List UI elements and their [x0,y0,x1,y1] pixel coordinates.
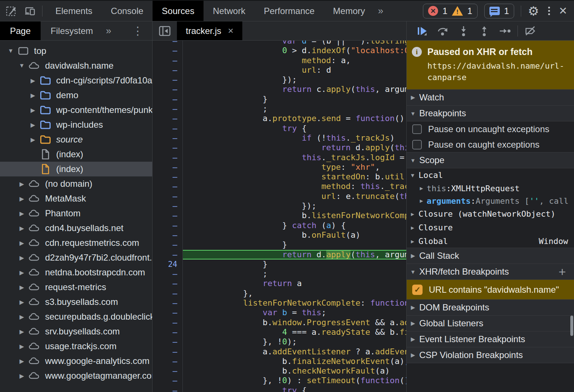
code-line[interactable]: – } [153,240,406,250]
line-number-gutter[interactable]: – [153,104,183,114]
navigator-overflow-menu-icon[interactable]: ⋮ [132,21,152,40]
section-header-watch[interactable]: ▶Watch [407,89,574,106]
editor-tab-tracker-js[interactable]: tracker.js × [177,21,242,40]
line-number-gutter[interactable]: – [153,153,183,162]
code-text[interactable]: }, !0); [183,337,406,347]
line-number-gutter[interactable]: – [153,347,183,357]
code-line[interactable]: – url: d [153,65,406,75]
section-header-global-listeners[interactable]: ▶Global Listeners [407,315,574,331]
code-text[interactable]: try { [183,386,406,392]
errors-warnings-badge[interactable]: ✕ 1 ! 1 [423,4,478,18]
code-line[interactable]: – startedOn: b.util.isoNow() [153,172,406,182]
code-line[interactable]: – }); [153,201,406,211]
code-text[interactable]: method: this._trackJs.method [183,182,406,191]
chevron-collapsed-icon[interactable]: ▶ [16,225,27,232]
line-number-gutter[interactable]: – [153,318,183,327]
code-text[interactable]: } [183,259,406,269]
line-number-gutter[interactable]: – [153,46,183,55]
line-number-gutter[interactable]: – [153,172,183,182]
line-number-gutter[interactable]: – [153,85,183,94]
line-number-gutter[interactable]: – [153,240,183,250]
code-text[interactable]: } [183,94,406,104]
close-tab-icon[interactable]: × [228,25,233,37]
chevron-collapsed-icon[interactable]: ▶ [407,336,419,343]
line-number-gutter[interactable]: – [153,221,183,230]
section-header-xhr-fetch-breakpoints[interactable]: ▼XHR/fetch Breakpoints+ [407,264,574,280]
tree-item-www-google-analytics-com[interactable]: ▶www.google-analytics.com [0,354,152,368]
section-header-breakpoints[interactable]: ▼Breakpoints [407,105,574,121]
code-text[interactable]: startedOn: b.util.isoNow() [183,172,406,182]
chevron-collapsed-icon[interactable]: ▶ [16,358,27,365]
code-text[interactable]: ; [183,104,406,114]
add-xhr-breakpoint-button[interactable]: + [558,265,574,279]
code-text[interactable]: var d = (b || "").toString( [183,41,406,46]
tree-item-cdn-cgi-scripts-7d0fa10a-c[interactable]: ▶cdn-cgi/scripts/7d0fa10a/c [0,73,152,88]
more-navigator-tabs-chevron-icon[interactable]: » [103,21,114,40]
tree-item-source[interactable]: ▶source [0,132,152,147]
code-line[interactable]: – } catch (a) { [153,221,406,230]
code-line[interactable]: – return a [153,279,406,288]
chevron-collapsed-icon[interactable]: ▶ [407,211,418,217]
line-number-gutter[interactable]: – [153,182,183,191]
more-panels-chevron-icon[interactable]: » [374,5,387,17]
code-line[interactable]: – var d = (b || "").toString( [153,41,406,46]
tree-item-metamask[interactable]: ▶MetaMask [0,191,152,206]
code-line[interactable]: – a.prototype.send = function() { [153,114,406,123]
scope-variable-this[interactable]: ▶this: XMLHttpRequest [407,182,574,195]
code-text[interactable]: }, !0) : setTimeout(function() [183,376,406,385]
tree-item-wp-content-themes-punky[interactable]: ▶wp-content/themes/punky [0,103,152,117]
chevron-collapsed-icon[interactable]: ▶ [27,77,38,84]
code-text[interactable]: b.onFault(a) [183,230,406,240]
code-line[interactable]: – if (!this._trackJs) [153,133,406,143]
chevron-expanded-icon[interactable]: ▼ [5,48,16,54]
code-text[interactable]: } catch (a) { [183,221,406,230]
code-line[interactable]: – try { [153,124,406,133]
tree-item-davidwalsh-name[interactable]: ▼davidwalsh.name [0,58,152,73]
tree-item-s3-buysellads-com[interactable]: ▶s3.buysellads.com [0,295,152,309]
line-number-gutter[interactable]: – [153,279,183,288]
line-number-gutter[interactable]: – [153,133,183,143]
code-text[interactable]: method: a, [183,56,406,65]
navigator-tab-filesystem[interactable]: Filesystem [41,21,103,40]
chevron-collapsed-icon[interactable]: ▶ [407,94,419,101]
chevron-collapsed-icon[interactable]: ▶ [16,195,27,202]
line-number-gutter[interactable]: – [153,230,183,240]
tree-item-www-googletagmanager-com[interactable]: ▶www.googletagmanager.com [0,368,152,383]
scope-variable-arguments[interactable]: ▶arguments: Arguments ['', call [407,195,574,207]
step-into-button[interactable] [453,23,474,39]
close-devtools-icon[interactable]: ✕ [559,5,567,17]
tab-sources[interactable]: Sources [153,1,204,21]
resume-script-button[interactable] [412,23,433,39]
scope-group-local[interactable]: ▼Local [407,168,574,182]
line-number-gutter[interactable]: – [153,366,183,376]
code-text[interactable]: 0 > d.indexOf("localhost:0") [183,46,406,55]
tree-item-phantom[interactable]: ▶Phantom [0,206,152,221]
tree-item-securepubads-g-doubleclick[interactable]: ▶securepubads.g.doubleclick. [0,309,152,324]
checkbox-unchecked[interactable] [412,124,422,134]
tab-memory[interactable]: Memory [324,1,375,21]
customize-menu-icon[interactable] [546,7,552,15]
code-text[interactable]: b.checkNetworkFault(a) [183,366,406,376]
code-text[interactable]: a.prototype.send = function() { [183,114,406,123]
chevron-collapsed-icon[interactable]: ▶ [16,343,27,350]
scope-group-closure-watchnetworkobject[interactable]: ▶Closure (watchNetworkObject) [407,207,574,221]
issues-badge[interactable]: 1 [484,4,514,18]
code-text[interactable]: url: d [183,65,406,75]
chevron-collapsed-icon[interactable]: ▶ [16,328,27,335]
line-number-gutter[interactable]: – [153,114,183,123]
section-header-event-listener-breakpoints[interactable]: ▶Event Listener Breakpoints [407,331,574,347]
step-out-button[interactable] [474,23,495,39]
chevron-expanded-icon[interactable]: ▼ [16,62,27,69]
code-text[interactable]: try { [183,124,406,133]
deactivate-breakpoints-button[interactable] [520,23,541,39]
chevron-collapsed-icon[interactable]: ▶ [407,304,419,311]
code-text[interactable]: type: "xhr", [183,162,406,172]
code-text[interactable]: ; [183,269,406,279]
code-line[interactable]: – }, [153,289,406,298]
code-text[interactable]: url: e.truncate(this._trackJs [183,192,406,201]
line-number-gutter[interactable]: – [153,386,183,392]
chevron-collapsed-icon[interactable]: ▶ [16,284,27,291]
chevron-collapsed-icon[interactable]: ▶ [16,313,27,320]
code-line[interactable]: – b.onFault(a) [153,230,406,240]
chevron-collapsed-icon[interactable]: ▶ [16,372,27,379]
